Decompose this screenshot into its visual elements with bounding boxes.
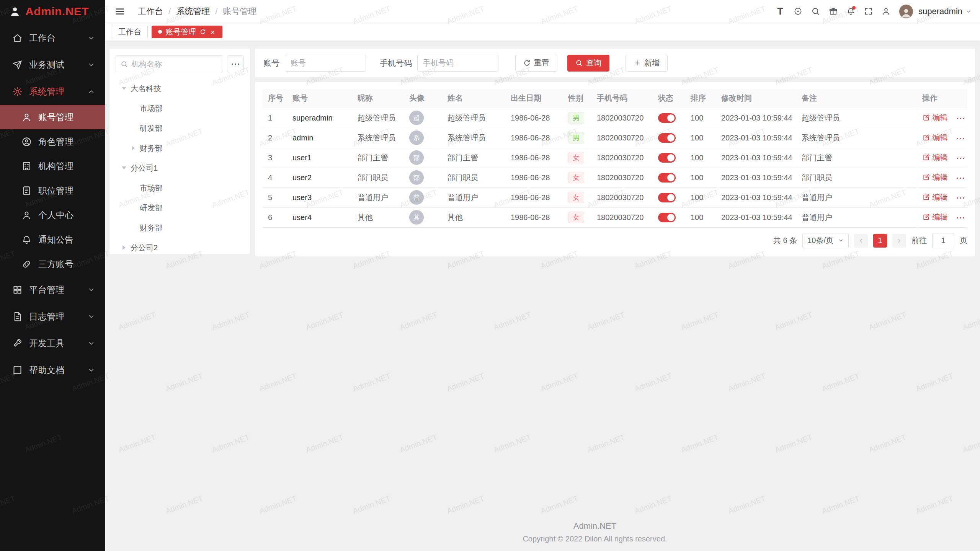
cell-sort: 100	[685, 168, 716, 187]
edit-button[interactable]: 编辑	[923, 192, 948, 202]
tree-caret-icon[interactable]	[129, 204, 137, 212]
sidebar-menu-item[interactable]: 平台管理	[0, 276, 105, 303]
add-button[interactable]: 新增	[626, 55, 668, 72]
tree-caret-icon[interactable]	[120, 164, 128, 172]
phone-input[interactable]	[417, 55, 498, 72]
row-more-icon[interactable]: ⋯	[956, 153, 965, 163]
refresh-icon[interactable]	[199, 29, 206, 35]
tree-caret-icon[interactable]	[120, 244, 128, 251]
sidebar-menu-item[interactable]: 通知公告	[0, 227, 105, 252]
edit-button[interactable]: 编辑	[923, 152, 948, 163]
sidebar-menu-item[interactable]: 个人中心	[0, 203, 105, 227]
lock-icon[interactable]	[878, 3, 894, 20]
sidebar-menu-item[interactable]: 机构管理	[0, 154, 105, 178]
row-more-icon[interactable]: ⋯	[956, 133, 965, 143]
chevron-down-icon[interactable]	[965, 8, 972, 15]
status-toggle[interactable]	[658, 133, 676, 143]
page-tab[interactable]: 账号管理 ×	[152, 26, 222, 38]
theme-icon[interactable]	[825, 3, 841, 20]
sidebar-menu-item[interactable]: 账号管理	[0, 105, 105, 129]
edit-button[interactable]: 编辑	[923, 172, 948, 183]
status-toggle[interactable]	[658, 193, 676, 202]
page-tab[interactable]: 工作台 ×	[112, 26, 148, 38]
cell-birthdate: 1986-06-28	[505, 168, 563, 187]
tree-node-label: 研发部	[140, 203, 163, 213]
edit-button[interactable]: 编辑	[923, 212, 948, 222]
row-more-icon[interactable]: ⋯	[956, 173, 965, 183]
cell-sort: 100	[685, 128, 716, 148]
tree-node-label: 分公司1	[131, 163, 158, 173]
page-footer: Admin.NET Copyright © 2022 Dilon All rig…	[210, 521, 980, 543]
goto-page-input[interactable]	[932, 233, 954, 248]
avatar: 部	[409, 170, 424, 185]
bell-icon[interactable]	[843, 3, 859, 20]
chevron-down-icon	[88, 340, 95, 347]
tree-more-icon[interactable]: ⋯	[227, 55, 244, 72]
status-toggle[interactable]	[658, 113, 676, 123]
sidebar-menu-item[interactable]: 系统管理	[0, 78, 105, 105]
refresh-icon	[523, 59, 531, 67]
tree-node[interactable]: 大名科技	[116, 78, 244, 98]
tree-caret-icon[interactable]	[129, 124, 137, 132]
tree-node-label: 财务部	[140, 223, 163, 233]
tree-node[interactable]: 分公司1	[116, 158, 244, 178]
org-search-input[interactable]	[131, 60, 218, 68]
tree-node[interactable]: 市场部	[116, 178, 244, 198]
status-toggle[interactable]	[658, 153, 676, 163]
accounts-table-panel: 序号账号昵称头像姓名出生日期性别手机号码状态排序修改时间备注操作 1 super…	[255, 82, 975, 256]
status-toggle[interactable]	[658, 213, 676, 222]
tree-node[interactable]: 财务部	[116, 218, 244, 238]
search-icon[interactable]	[807, 3, 823, 20]
tree-caret-icon[interactable]	[129, 104, 137, 112]
tree-caret-icon[interactable]	[129, 144, 137, 152]
sidebar-menu-item[interactable]: 帮助文档	[0, 357, 105, 383]
avatar[interactable]	[899, 5, 913, 18]
chevron-right-icon	[896, 238, 902, 244]
row-more-icon[interactable]: ⋯	[956, 113, 965, 123]
prev-page-button[interactable]	[854, 234, 868, 248]
breadcrumb-separator: /	[168, 7, 171, 16]
logo-icon	[9, 6, 21, 17]
tree-node[interactable]: 财务部	[116, 138, 244, 158]
page-number-current[interactable]: 1	[873, 234, 887, 248]
tree-node[interactable]: 分公司2	[116, 238, 244, 258]
sidebar-menu-item[interactable]: 工作台	[0, 24, 105, 51]
sidebar-menu-item[interactable]: 三方账号	[0, 252, 105, 276]
row-more-icon[interactable]: ⋯	[956, 192, 965, 203]
row-more-icon[interactable]: ⋯	[956, 212, 965, 223]
account-input[interactable]	[285, 55, 366, 72]
table-row: 5 user3 普通用户 普 普通用户 1986-06-28 女 1802003…	[263, 187, 967, 207]
fullscreen-icon[interactable]	[860, 3, 876, 20]
org-tree-panel: ⋯ 大名科技 市场部 研发部 财务部	[109, 49, 250, 254]
edit-button[interactable]: 编辑	[923, 132, 948, 143]
table-column-header: 操作	[917, 89, 967, 108]
tree-node[interactable]: 市场部	[116, 98, 244, 118]
close-icon[interactable]: ×	[209, 29, 216, 35]
status-toggle[interactable]	[658, 173, 676, 183]
search-button[interactable]: 查询	[567, 55, 609, 72]
guide-icon[interactable]	[790, 3, 806, 20]
username-dropdown[interactable]: superadmin	[918, 7, 962, 16]
sidebar-menu-item[interactable]: 日志管理	[0, 303, 105, 330]
sidebar-menu-item[interactable]: 角色管理	[0, 129, 105, 154]
menu-item-label: 工作台	[29, 32, 88, 44]
table-column-header: 备注	[796, 89, 917, 108]
cell-name: 系统管理员	[442, 128, 505, 148]
tree-caret-icon[interactable]	[120, 85, 128, 92]
cell-index: 6	[263, 207, 287, 227]
sidebar-menu-item[interactable]: 开发工具	[0, 330, 105, 357]
reset-button[interactable]: 重置	[515, 55, 557, 72]
tree-node[interactable]: 研发部	[116, 118, 244, 138]
sidebar-menu-item[interactable]: 职位管理	[0, 178, 105, 203]
breadcrumb-item[interactable]: 系统管理	[176, 6, 210, 17]
next-page-button[interactable]	[892, 234, 906, 248]
hamburger-menu-icon[interactable]	[115, 5, 128, 18]
page-size-select[interactable]: 10条/页	[802, 233, 849, 248]
sidebar-menu-item[interactable]: 业务测试	[0, 51, 105, 78]
tree-caret-icon[interactable]	[129, 224, 137, 231]
edit-button[interactable]: 编辑	[923, 112, 948, 123]
breadcrumb-item[interactable]: 工作台	[138, 6, 163, 17]
font-size-icon[interactable]: T	[772, 3, 788, 20]
tree-node[interactable]: 研发部	[116, 198, 244, 218]
tree-caret-icon[interactable]	[129, 184, 137, 192]
